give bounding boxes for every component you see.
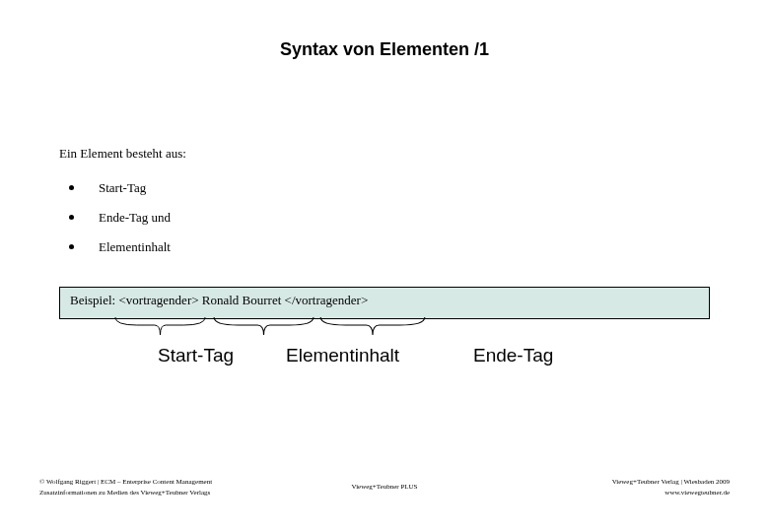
example-text: Beispiel: <vortragender> Ronald Bourret …	[70, 293, 368, 307]
slide-title: Syntax von Elementen /1	[0, 39, 769, 60]
brace-icon	[212, 315, 315, 337]
example-code: <vortragender> Ronald Bourret </vortrage…	[118, 293, 368, 307]
label-start-tag: Start-Tag	[158, 345, 234, 366]
bullet-text: Elementinhalt	[99, 239, 171, 254]
bullet-text: Start-Tag	[99, 180, 146, 195]
list-item: Start-Tag	[59, 179, 710, 197]
bullet-icon	[69, 215, 74, 220]
brace-icon	[318, 315, 427, 337]
slide-body: Ein Element besteht aus: Start-Tag Ende-…	[59, 146, 710, 319]
footer-right-line1: Vieweg+Teubner Verlag | Wiesbaden 2009	[532, 477, 730, 488]
bullet-list: Start-Tag Ende-Tag und Elementinhalt	[59, 179, 710, 257]
example-prefix: Beispiel:	[70, 293, 118, 307]
footer-right: Vieweg+Teubner Verlag | Wiesbaden 2009 w…	[532, 477, 730, 498]
list-item: Elementinhalt	[59, 238, 710, 256]
footer-right-line2: www.viewegteubner.de	[532, 488, 730, 499]
label-ende-tag: Ende-Tag	[473, 345, 553, 366]
slide: Syntax von Elementen /1 Ein Element best…	[0, 0, 769, 532]
brace-icon	[113, 315, 207, 337]
brace-row	[59, 315, 710, 341]
example-box: Beispiel: <vortragender> Ronald Bourret …	[59, 287, 710, 319]
bullet-icon	[69, 185, 74, 190]
label-elementinhalt: Elementinhalt	[286, 345, 399, 366]
intro-text: Ein Element besteht aus:	[59, 146, 710, 162]
bullet-icon	[69, 244, 74, 249]
list-item: Ende-Tag und	[59, 209, 710, 227]
bullet-text: Ende-Tag und	[99, 210, 171, 225]
